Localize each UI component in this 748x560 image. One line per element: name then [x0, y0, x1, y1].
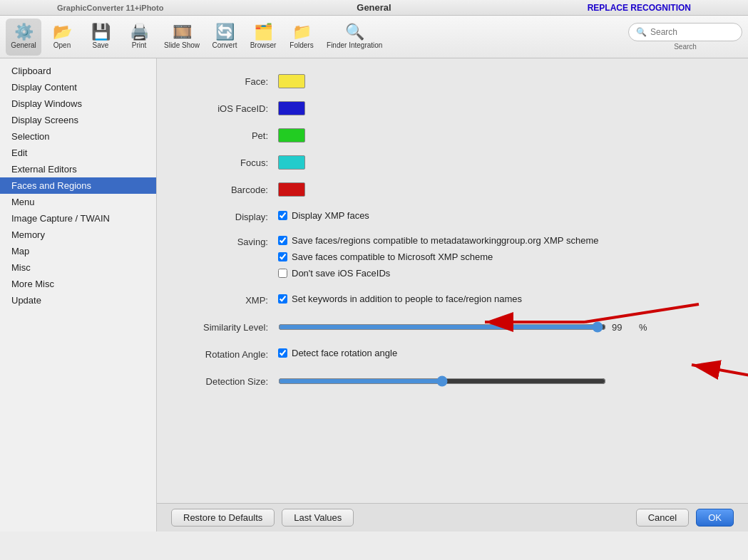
similarity-unit: % [639, 322, 660, 333]
ios-faceid-label: iOS FaceID: [178, 103, 278, 114]
sidebar-item-map[interactable]: Map [0, 243, 156, 259]
saving-checkboxes: Save faces/regions compatible to metadat… [278, 235, 598, 281]
ok-button[interactable]: OK [696, 509, 734, 527]
search-input[interactable] [650, 27, 734, 37]
ios-faceid-color-swatch[interactable] [278, 101, 305, 115]
ios-faceid-row: iOS FaceID: [178, 100, 727, 117]
sidebar-item-misc[interactable]: Misc [0, 259, 156, 276]
xmp-row: XMP: Set keywords in addition to people … [178, 291, 727, 308]
slideshow-icon: 🎞️ [173, 24, 192, 40]
toolbar-folders[interactable]: 📁 Folders [284, 19, 319, 56]
barcode-color-swatch[interactable] [278, 182, 305, 197]
detection-size-slider-row [278, 375, 606, 387]
save-metadata-label: Save faces/regions compatible to metadat… [292, 235, 598, 246]
sidebar-item-selection[interactable]: Selection [0, 128, 156, 145]
similarity-label: Similarity Level: [178, 322, 278, 333]
set-keywords-row: Set keywords in addition to people to fa… [278, 294, 522, 304]
main-layout: Clipboard Display Content Display Window… [0, 58, 748, 532]
toolbar-browser[interactable]: 🗂️ Browser [245, 19, 281, 56]
content-wrapper: Face: iOS FaceID: Pet: Focus: Barcode: [157, 58, 748, 532]
toolbar-finder[interactable]: 🔍 Finder Integration [322, 19, 386, 56]
face-color-swatch[interactable] [278, 74, 305, 88]
window-title: General [357, 2, 391, 13]
pet-label: Pet: [178, 130, 278, 141]
toolbar-print[interactable]: 🖨️ Print [121, 19, 157, 56]
toolbar-slideshow[interactable]: 🎞️ Slide Show [160, 19, 204, 56]
title-bar: GraphicConverter 11+iPhoto General REPLA… [0, 0, 748, 16]
detection-size-label: Detection Size: [178, 376, 278, 387]
sidebar-item-more-misc[interactable]: More Misc [0, 276, 156, 292]
rotation-angle-label: Rotation Angle: [178, 349, 278, 360]
dont-save-ios-row: Don't save iOS FaceIDs [278, 268, 598, 279]
save-metadata-row: Save faces/regions compatible to metadat… [278, 235, 598, 246]
convert-icon: 🔄 [215, 24, 235, 40]
dont-save-ios-label: Don't save iOS FaceIDs [292, 268, 390, 279]
sidebar-item-display-content[interactable]: Display Content [0, 79, 156, 95]
detect-rotation-checkbox[interactable] [278, 348, 287, 358]
similarity-slider[interactable] [278, 321, 606, 333]
sidebar: Clipboard Display Content Display Window… [0, 58, 157, 532]
dont-save-ios-checkbox[interactable] [278, 269, 287, 278]
sidebar-item-memory[interactable]: Memory [0, 227, 156, 243]
sidebar-item-external-editors[interactable]: External Editors [0, 161, 156, 177]
display-xmp-label: Display XMP faces [292, 210, 369, 221]
saving-label: Saving: [178, 237, 278, 247]
xmp-label: XMP: [178, 295, 278, 306]
browser-icon: 🗂️ [254, 24, 273, 40]
finder-icon: 🔍 [345, 24, 364, 40]
save-microsoft-checkbox[interactable] [278, 252, 287, 261]
sidebar-item-image-capture[interactable]: Image Capture / TWAIN [0, 210, 156, 227]
open-icon: 📂 [53, 24, 72, 40]
pet-row: Pet: [178, 127, 727, 144]
sidebar-item-edit[interactable]: Edit [0, 145, 156, 161]
save-icon: 💾 [91, 24, 111, 40]
set-keywords-label: Set keywords in addition to people to fa… [292, 294, 522, 304]
barcode-row: Barcode: [178, 181, 727, 198]
focus-color-swatch[interactable] [278, 155, 305, 170]
detection-size-slider[interactable] [278, 375, 606, 387]
sidebar-item-display-screens[interactable]: Display Screens [0, 112, 156, 128]
app-title: GraphicConverter 11+iPhoto [57, 4, 163, 12]
display-xmp-row: Display XMP faces [278, 210, 369, 221]
toolbar-save[interactable]: 💾 Save [83, 19, 118, 56]
set-keywords-checkbox[interactable] [278, 294, 287, 304]
save-microsoft-row: Save faces compatible to Microsoft XMP s… [278, 252, 598, 262]
last-values-button[interactable]: Last Values [282, 509, 354, 527]
sidebar-item-update[interactable]: Update [0, 292, 156, 308]
toolbar: ⚙️ General 📂 Open 💾 Save 🖨️ Print 🎞️ Sli… [0, 16, 748, 58]
restore-defaults-button[interactable]: Restore to Defaults [171, 509, 275, 527]
content-area: Face: iOS FaceID: Pet: Focus: Barcode: [157, 58, 748, 503]
pet-color-swatch[interactable] [278, 128, 305, 142]
bottom-bar: Restore to Defaults Last Values Cancel O… [157, 503, 748, 532]
sidebar-item-display-windows[interactable]: Display Windows [0, 95, 156, 112]
display-xmp-checkbox[interactable] [278, 211, 287, 220]
similarity-row: Similarity Level: 99 % [178, 318, 727, 336]
detection-size-row: Detection Size: [178, 373, 727, 390]
sidebar-item-faces-and-regions[interactable]: Faces and Regions [0, 177, 156, 194]
saving-row: Saving: Save faces/regions compatible to… [178, 235, 727, 281]
search-box[interactable]: 🔍 [628, 23, 742, 41]
print-icon: 🖨️ [130, 24, 149, 40]
search-label: Search [674, 43, 697, 51]
sidebar-item-clipboard[interactable]: Clipboard [0, 63, 156, 79]
search-icon: 🔍 [636, 27, 647, 37]
save-microsoft-label: Save faces compatible to Microsoft XMP s… [292, 252, 493, 262]
toolbar-general[interactable]: ⚙️ General [6, 19, 41, 56]
toolbar-open[interactable]: 📂 Open [44, 19, 80, 56]
sidebar-item-menu[interactable]: Menu [0, 194, 156, 210]
display-label: Display: [178, 212, 278, 222]
bottom-left-buttons: Restore to Defaults Last Values [171, 509, 354, 527]
page-title: REPLACE RECOGNITION [588, 3, 691, 13]
toolbar-convert[interactable]: 🔄 Convert [207, 19, 242, 56]
rotation-angle-row: Rotation Angle: Detect face rotation ang… [178, 346, 727, 363]
folders-icon: 📁 [292, 24, 312, 40]
cancel-button[interactable]: Cancel [636, 509, 689, 527]
focus-row: Focus: [178, 154, 727, 171]
detect-rotation-row: Detect face rotation angle [278, 348, 397, 358]
face-label: Face: [178, 76, 278, 87]
focus-label: Focus: [178, 157, 278, 168]
save-metadata-checkbox[interactable] [278, 236, 287, 245]
barcode-label: Barcode: [178, 185, 278, 195]
face-row: Face: [178, 73, 727, 90]
display-row: Display: Display XMP faces [178, 208, 727, 225]
